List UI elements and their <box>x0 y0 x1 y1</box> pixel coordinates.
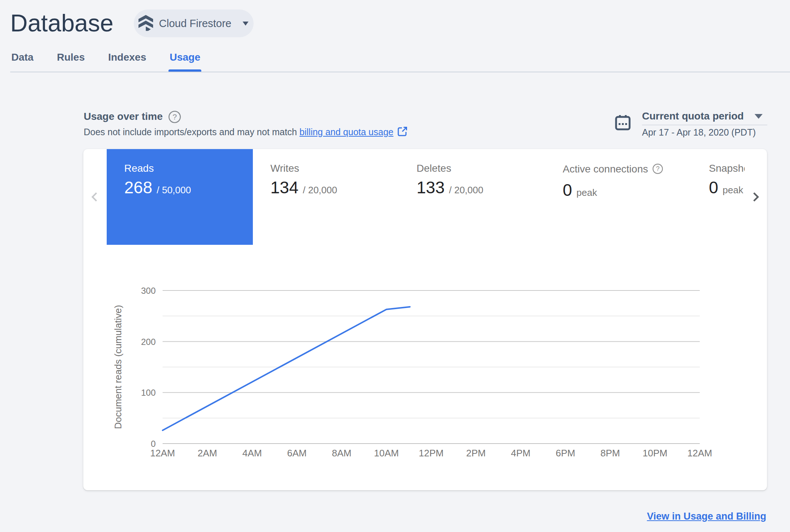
svg-text:8PM: 8PM <box>600 448 620 459</box>
product-selector-chip[interactable]: Cloud Firestore <box>134 10 254 37</box>
metric-tab-reads[interactable]: Reads 268/ 50,000 <box>107 149 253 245</box>
metric-tab-writes[interactable]: Writes 134/ 20,000 <box>253 149 399 245</box>
svg-text:100: 100 <box>141 388 156 398</box>
svg-text:10PM: 10PM <box>643 448 668 459</box>
footer-link-row: View in Usage and Billing <box>647 511 766 522</box>
metric-tab-active-connections[interactable]: Active connections ? 0peak <box>545 149 691 245</box>
metrics-viewport: Reads 268/ 50,000 Writes 134/ 20,000 Del… <box>107 149 745 245</box>
tabs-divider <box>10 72 790 72</box>
svg-text:12PM: 12PM <box>419 448 444 459</box>
svg-text:8AM: 8AM <box>332 448 351 459</box>
metric-tab-deletes[interactable]: Deletes 133/ 20,000 <box>399 149 545 245</box>
help-icon[interactable]: ? <box>168 110 181 123</box>
svg-text:300: 300 <box>141 286 156 296</box>
svg-text:4AM: 4AM <box>242 448 262 459</box>
svg-text:Document reads (cumulative): Document reads (cumulative) <box>113 305 124 429</box>
quota-period-underline <box>642 125 767 125</box>
svg-text:2PM: 2PM <box>466 448 486 459</box>
usage-chart: 010020030012AM2AM4AM6AM8AM10AM12PM2PM4PM… <box>83 245 767 490</box>
svg-text:?: ? <box>172 113 177 121</box>
usage-over-time-title: Usage over time <box>84 110 163 123</box>
svg-text:10AM: 10AM <box>374 448 399 459</box>
view-usage-billing-link[interactable]: View in Usage and Billing <box>647 511 766 522</box>
tab-indexes[interactable]: Indexes <box>108 52 146 73</box>
svg-text:?: ? <box>656 165 660 172</box>
tab-bar: Data Rules Indexes Usage <box>11 52 224 73</box>
usage-section-header: Usage over time ? <box>84 110 181 123</box>
calendar-icon <box>615 114 631 132</box>
svg-text:6AM: 6AM <box>287 448 307 459</box>
usage-card: Reads 268/ 50,000 Writes 134/ 20,000 Del… <box>83 149 767 490</box>
svg-text:12AM: 12AM <box>687 448 712 459</box>
metric-bar: Reads 268/ 50,000 Writes 134/ 20,000 Del… <box>83 149 767 245</box>
svg-text:0: 0 <box>151 439 156 449</box>
billing-quota-usage-link[interactable]: billing and quota usage <box>300 127 394 137</box>
page-title: Database <box>10 11 114 35</box>
quota-period-label: Current quota period <box>642 110 744 122</box>
usage-subtitle: Does not include imports/exports and may… <box>84 126 408 139</box>
svg-text:6PM: 6PM <box>556 448 575 459</box>
metric-tab-snapshot-listeners[interactable]: Snapshot listeners 0peak <box>691 149 745 245</box>
external-link-icon <box>397 126 408 139</box>
tab-usage[interactable]: Usage <box>170 52 200 73</box>
metrics-scroll-left-button[interactable] <box>83 149 107 245</box>
svg-text:4PM: 4PM <box>511 448 530 459</box>
chevron-down-icon <box>755 114 763 119</box>
svg-text:12AM: 12AM <box>150 448 175 459</box>
tab-rules[interactable]: Rules <box>57 52 85 73</box>
chevron-left-icon <box>90 191 100 202</box>
tab-data[interactable]: Data <box>11 52 34 73</box>
help-icon: ? <box>652 163 663 176</box>
svg-text:2AM: 2AM <box>198 448 217 459</box>
chevron-down-icon <box>243 22 248 26</box>
chevron-right-icon <box>750 191 761 202</box>
product-selector-label: Cloud Firestore <box>159 18 231 30</box>
quota-period-range: Apr 17 - Apr 18, 2020 (PDT) <box>642 127 756 138</box>
svg-text:200: 200 <box>141 337 156 347</box>
metrics-scroll-right-button[interactable] <box>744 149 767 245</box>
firestore-icon <box>138 14 153 33</box>
